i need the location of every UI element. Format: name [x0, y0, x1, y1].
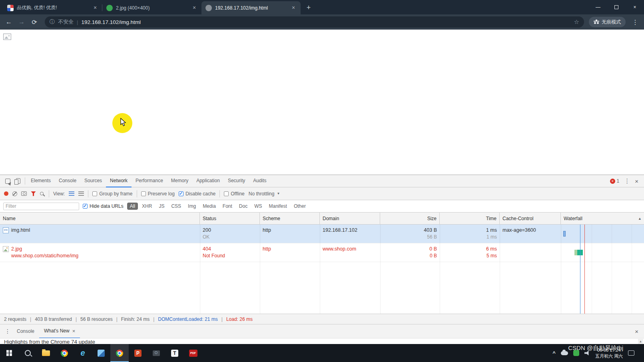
minimize-button[interactable]: —: [589, 0, 607, 14]
broken-image-icon[interactable]: [3, 34, 11, 40]
search-icon[interactable]: [40, 192, 44, 195]
filter-type-other[interactable]: Other: [291, 203, 309, 210]
devtools-close-icon[interactable]: ×: [635, 178, 638, 185]
photos-icon: [98, 350, 105, 357]
chrome-icon: [116, 350, 123, 357]
file-explorer-button[interactable]: [37, 344, 55, 362]
throttling-dropdown[interactable]: No throttling ▼: [249, 191, 280, 197]
tab-close-icon[interactable]: ×: [191, 5, 197, 11]
error-badge[interactable]: × 1: [610, 178, 620, 184]
new-tab-button[interactable]: +: [303, 2, 314, 13]
show-overview-icon[interactable]: [78, 191, 84, 196]
scrollbar-up-icon[interactable]: ▲: [638, 339, 643, 344]
devtools-panel: Elements Console Sources Network Perform…: [0, 175, 644, 344]
toolbar-divider: [219, 190, 220, 197]
filter-type-manifest[interactable]: Manifest: [266, 203, 290, 210]
drawer-close-icon[interactable]: ×: [635, 328, 641, 335]
request-row-2-jpg[interactable]: 2.jpg www.shop.com/static/home/img 404 N…: [0, 243, 644, 262]
column-header-waterfall[interactable]: Waterfall ▲: [561, 213, 644, 224]
bookmark-star-icon[interactable]: ☆: [574, 18, 579, 26]
browser-toolbar: ← → ⟳ ⓘ 不安全 | 192.168.17.102/img.html ☆ …: [0, 14, 644, 30]
start-button[interactable]: [0, 344, 18, 362]
tab-network[interactable]: Network: [106, 175, 132, 187]
disable-cache-checkbox[interactable]: Disable cache: [179, 191, 215, 197]
filter-type-css[interactable]: CSS: [168, 203, 184, 210]
filter-type-xhr[interactable]: XHR: [139, 203, 155, 210]
clear-icon[interactable]: [12, 191, 17, 196]
drawer-menu-icon[interactable]: ⋮: [3, 328, 12, 334]
browser-tab-pinyougou[interactable]: 品优购, 优质! 优质! ×: [3, 1, 102, 14]
filter-icon[interactable]: [31, 191, 36, 196]
maximize-button[interactable]: [607, 0, 626, 14]
request-row-img-html[interactable]: img.html 200 OK http 192.168.17.102 403 …: [0, 225, 644, 243]
tab-close-icon[interactable]: ×: [72, 328, 76, 334]
tab-performance[interactable]: Performance: [132, 175, 167, 187]
onedrive-icon[interactable]: [561, 351, 568, 355]
hide-data-urls-label: Hide data URLs: [90, 203, 124, 209]
column-header-status[interactable]: Status: [200, 213, 260, 224]
filter-type-font[interactable]: Font: [220, 203, 235, 210]
tab-audits[interactable]: Audits: [249, 175, 270, 187]
tab-elements[interactable]: Elements: [27, 175, 55, 187]
browser-tab-image[interactable]: 2.jpg (400×400) ×: [102, 1, 201, 14]
drawer-tab-whats-new[interactable]: What's New ×: [39, 324, 80, 338]
column-header-time[interactable]: Time: [440, 213, 500, 224]
browser-menu-icon[interactable]: ⋮: [630, 16, 641, 28]
status-code: 200: [203, 227, 257, 234]
group-by-frame-checkbox[interactable]: Group by frame: [92, 191, 132, 197]
powerpoint-button[interactable]: P: [129, 344, 147, 362]
url-text: 192.168.17.102/img.html: [81, 19, 570, 25]
forward-icon[interactable]: →: [16, 16, 27, 28]
checkbox-icon: [224, 191, 229, 196]
inspect-element-icon[interactable]: [2, 177, 13, 185]
drawer-tab-console[interactable]: Console: [12, 324, 39, 338]
column-header-cache-control[interactable]: Cache-Control: [500, 213, 561, 224]
reload-icon[interactable]: ⟳: [29, 16, 40, 28]
offline-checkbox[interactable]: Offline: [224, 191, 244, 197]
address-divider: |: [77, 19, 78, 25]
network-filter-input[interactable]: [3, 203, 79, 210]
filter-type-js[interactable]: JS: [156, 203, 167, 210]
address-bar[interactable]: ⓘ 不安全 | 192.168.17.102/img.html ☆: [45, 16, 584, 28]
tray-expand-icon[interactable]: ^: [552, 350, 556, 356]
filter-type-img[interactable]: Img: [185, 203, 199, 210]
column-header-scheme[interactable]: Scheme: [260, 213, 320, 224]
close-window-button[interactable]: ×: [626, 0, 644, 14]
tab-sources[interactable]: Sources: [80, 175, 106, 187]
filter-type-doc[interactable]: Doc: [236, 203, 250, 210]
site-info-icon[interactable]: ⓘ: [50, 18, 55, 26]
screen-capture-button[interactable]: [147, 344, 165, 362]
device-toolbar-icon[interactable]: [13, 177, 23, 185]
browser-tab-img-html[interactable]: 192.168.17.102/img.html ×: [201, 1, 301, 14]
search-button[interactable]: [18, 344, 37, 362]
tab-console[interactable]: Console: [55, 175, 80, 187]
chrome-button-active[interactable]: [110, 344, 129, 362]
error-count: 1: [617, 178, 620, 184]
browser-app-button[interactable]: [55, 344, 74, 362]
column-header-name[interactable]: Name: [0, 213, 200, 224]
filter-type-media[interactable]: Media: [200, 203, 219, 210]
photos-button[interactable]: [92, 344, 110, 362]
disable-cache-label: Disable cache: [185, 191, 215, 197]
throttling-value: No throttling: [249, 191, 275, 197]
typora-button[interactable]: T: [165, 344, 184, 362]
back-icon[interactable]: ←: [3, 16, 14, 28]
tab-security[interactable]: Security: [224, 175, 249, 187]
tab-memory[interactable]: Memory: [167, 175, 192, 187]
tab-close-icon[interactable]: ×: [290, 5, 297, 11]
pdf-button[interactable]: PDF: [184, 344, 202, 362]
use-large-rows-icon[interactable]: [69, 191, 74, 196]
capture-screenshots-icon[interactable]: [21, 191, 27, 196]
action-center-icon[interactable]: [628, 350, 634, 356]
devtools-menu-icon[interactable]: ⋮: [624, 177, 630, 185]
tab-close-icon[interactable]: ×: [92, 5, 98, 11]
hide-data-urls-checkbox[interactable]: Hide data URLs: [83, 203, 124, 209]
column-header-domain[interactable]: Domain: [320, 213, 380, 224]
filter-type-ws[interactable]: WS: [251, 203, 265, 210]
column-header-size[interactable]: Size: [380, 213, 440, 224]
filter-type-all[interactable]: All: [127, 203, 138, 210]
ie-button[interactable]: e: [74, 344, 92, 362]
record-icon[interactable]: [4, 191, 8, 196]
tab-application[interactable]: Application: [192, 175, 224, 187]
preserve-log-checkbox[interactable]: Preserve log: [141, 191, 175, 197]
